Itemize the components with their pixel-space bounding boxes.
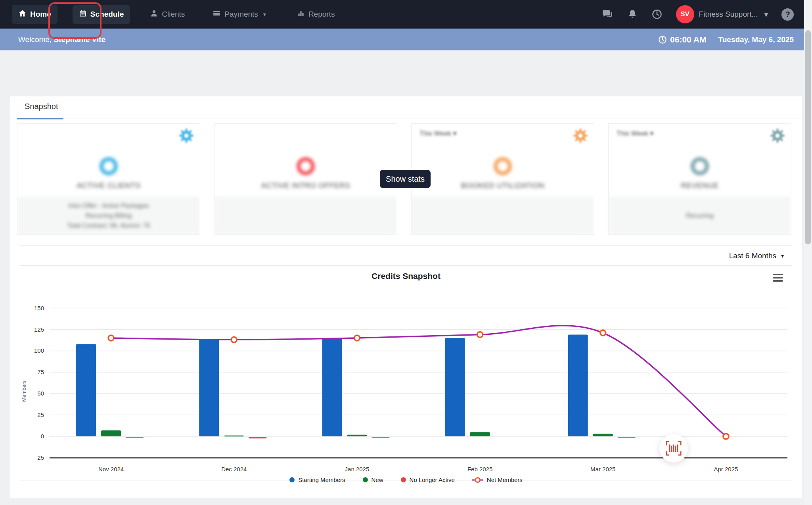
scrollbar-thumb[interactable] — [805, 30, 811, 244]
card-period-dropdown[interactable]: This Week ▾ — [617, 129, 653, 138]
y-tick-label: 25 — [37, 411, 44, 418]
bar — [347, 435, 367, 436]
legend-label: Net Members — [487, 476, 523, 483]
user-name: Stephanie Vite — [54, 35, 105, 44]
nav-item-schedule[interactable]: Schedule — [73, 5, 130, 24]
stat-footer-line: Total Contract: 96, Alumni: 76 — [67, 221, 150, 230]
legend-item-new: New — [363, 476, 383, 483]
bell-icon[interactable] — [627, 9, 638, 20]
bar — [470, 432, 490, 436]
bar — [322, 339, 342, 436]
stat-card-title: ACTIVE CLIENTS — [77, 181, 140, 190]
current-time: 06:00 AM — [658, 35, 706, 44]
scrollbar[interactable] — [804, 0, 812, 505]
x-tick-label: Feb 2025 — [467, 466, 492, 472]
x-tick-label: Dec 2024 — [221, 466, 247, 472]
gear-icon[interactable] — [573, 129, 588, 144]
line-marker — [231, 337, 237, 342]
account-label: Fitness Support... — [699, 10, 758, 19]
line-marker — [600, 330, 606, 336]
welcome-text: Welcome, Stephanie Vite — [18, 35, 105, 44]
x-tick-label: Mar 2025 — [590, 466, 615, 472]
greeting-prefix: Welcome, — [18, 35, 54, 44]
bar — [199, 340, 219, 436]
line-marker — [354, 335, 360, 341]
clock-icon[interactable] — [651, 9, 663, 20]
nav-item-home[interactable]: Home — [12, 5, 57, 24]
barcode-loading-icon — [665, 440, 682, 457]
y-tick-label: 125 — [34, 326, 44, 333]
gear-icon[interactable] — [770, 129, 785, 144]
nav-right: SV Fitness Support... ▾ ? — [601, 5, 812, 23]
top-nav: Home Schedule Clients Payments ▾ Reports… — [0, 0, 812, 29]
x-tick-label: Apr 2025 — [714, 466, 738, 472]
stat-card-footer: Recurring — [609, 196, 791, 234]
y-tick-label: 50 — [37, 390, 44, 397]
avatar[interactable]: SV — [676, 5, 694, 23]
bar — [372, 437, 389, 438]
bar-chart-icon — [297, 10, 305, 19]
bar — [76, 344, 96, 436]
nav-item-label: Home — [30, 10, 51, 19]
stat-card-title: BOOKED UTILIZATION — [461, 181, 544, 190]
legend-dot — [401, 477, 406, 482]
person-icon — [150, 9, 158, 19]
stat-donut-icon — [494, 157, 512, 175]
line-marker — [477, 332, 483, 337]
bar — [126, 437, 144, 438]
nav-item-label: Payments — [224, 10, 258, 19]
y-axis-label: Members — [21, 380, 27, 402]
x-tick-label: Jan 2025 — [345, 466, 370, 472]
calendar-icon — [79, 10, 87, 19]
stat-card-upper: ACTIVE CLIENTS — [17, 124, 200, 197]
bar — [249, 437, 266, 438]
chat-icon[interactable] — [601, 8, 613, 20]
stat-card-title: REVENUE — [681, 181, 718, 190]
stat-card-footer — [412, 196, 594, 234]
range-selector-dropdown[interactable]: Last 6 Months ▾ — [729, 252, 784, 260]
legend-label: Starting Members — [298, 476, 345, 483]
chevron-down-icon: ▾ — [764, 10, 768, 19]
chevron-down-icon: ▾ — [781, 253, 784, 259]
stat-card-active-clients: ACTIVE CLIENTSIntro Offer - Active Packa… — [17, 123, 200, 235]
legend-line-marker — [472, 477, 483, 483]
stat-footer-line: Intro Offer - Active Packages — [68, 201, 149, 211]
stat-card-booked-utilization: This Week ▾BOOKED UTILIZATION — [411, 123, 594, 235]
nav-item-payments[interactable]: Payments ▾ — [206, 5, 272, 24]
bar-series-no-longer-active — [126, 437, 636, 438]
gear-icon[interactable] — [179, 129, 193, 144]
nav-left: Home Schedule Clients Payments ▾ Reports — [0, 5, 341, 24]
bar — [445, 338, 465, 436]
loading-spinner-badge — [659, 434, 688, 463]
nav-item-label: Reports — [308, 10, 335, 19]
card-period-dropdown[interactable]: This Week ▾ — [419, 129, 456, 138]
nav-item-reports[interactable]: Reports — [291, 5, 341, 24]
stat-card-footer: Intro Offer - Active PackagesRecurring B… — [17, 196, 200, 234]
range-selector-label: Last 6 Months — [729, 252, 776, 260]
bar — [101, 430, 121, 436]
stat-footer-line: Recurring Billing — [86, 211, 132, 221]
hamburger-menu-icon[interactable] — [773, 274, 783, 283]
legend-dot — [289, 477, 295, 482]
stat-card-footer — [214, 196, 397, 234]
bar — [593, 434, 613, 436]
chart-title: Credits Snapshot — [20, 271, 792, 281]
stat-card-upper: This Week ▾REVENUE — [609, 124, 791, 197]
legend-dot — [363, 477, 368, 482]
y-tick-label: 0 — [41, 433, 44, 440]
y-tick-label: 100 — [34, 347, 44, 354]
stat-card-title: ACTIVE INTRO OFFERS — [261, 181, 350, 190]
tab-snapshot[interactable]: Snapshot — [25, 102, 58, 111]
stat-donut-icon — [691, 157, 709, 175]
stat-donut-icon — [297, 157, 315, 175]
help-icon[interactable]: ? — [781, 8, 794, 21]
bar — [224, 436, 244, 437]
nav-item-clients[interactable]: Clients — [144, 5, 191, 24]
line-marker — [723, 434, 729, 439]
show-stats-button[interactable]: Show stats — [380, 170, 431, 188]
date-text: Tuesday, May 6, 2025 — [718, 35, 794, 44]
x-tick-label: Nov 2024 — [98, 466, 124, 472]
clock-icon-welcome — [658, 35, 667, 44]
bar — [568, 334, 588, 436]
account-menu[interactable]: SV Fitness Support... ▾ — [676, 5, 768, 23]
